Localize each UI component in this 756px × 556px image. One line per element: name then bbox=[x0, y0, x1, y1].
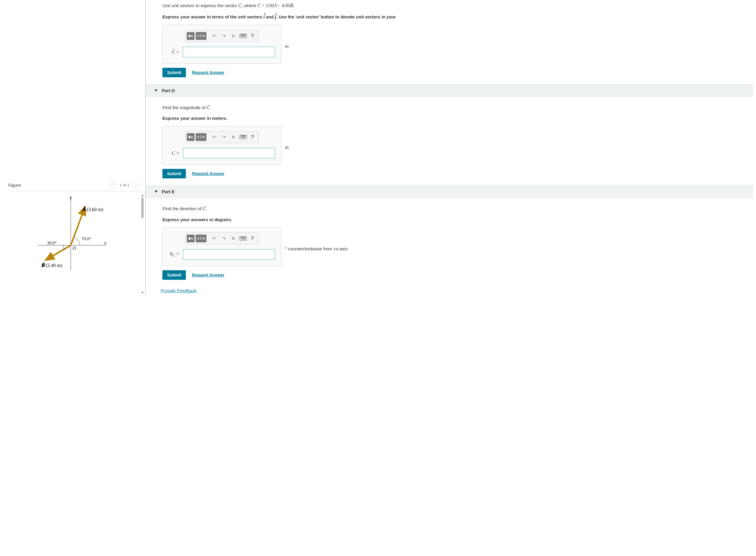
partD-label: C = bbox=[169, 150, 179, 156]
partC-unit: m bbox=[285, 44, 288, 49]
partE-toolbar: √ ΑΣΦ ↶ ↷ ↻ ? bbox=[185, 233, 259, 244]
partD-instruction: Find the magnitude of C. bbox=[146, 102, 756, 114]
partD-header[interactable]: Part D bbox=[146, 84, 753, 97]
partE-instruction: Find the direction of C. bbox=[146, 203, 756, 215]
partC-request-answer-link[interactable]: Request Answer bbox=[192, 70, 224, 75]
partE-trailing-text: counterclockwise from +x-axis bbox=[288, 246, 347, 251]
vector-a-angle: 70.0° bbox=[81, 236, 91, 241]
partE-instruction-bold: Express your answers in degrees. bbox=[146, 215, 756, 228]
partE-input[interactable] bbox=[183, 249, 275, 260]
partE-label: θC = bbox=[169, 251, 179, 258]
figure-header: Figure ‹ 1 of 1 › bbox=[8, 181, 142, 191]
partD-input[interactable] bbox=[183, 148, 275, 159]
partD-request-answer-link[interactable]: Request Answer bbox=[192, 171, 224, 176]
svg-rect-9 bbox=[188, 136, 190, 138]
svg-rect-12 bbox=[188, 237, 190, 240]
figure-panel: Figure ‹ 1 of 1 › y x O bbox=[0, 0, 146, 295]
figure-nav: ‹ 1 of 1 › bbox=[109, 181, 139, 188]
partD-submit-button[interactable]: Submit bbox=[162, 169, 186, 178]
x-axis-label: x bbox=[104, 240, 106, 245]
help-button[interactable]: ? bbox=[248, 32, 257, 40]
partE-unit: ° bbox=[285, 246, 287, 251]
partC-instruction-bold: Express your answer in terms of the unit… bbox=[146, 12, 756, 25]
partC-submit-button[interactable]: Submit bbox=[162, 68, 186, 77]
help-button[interactable]: ? bbox=[248, 133, 257, 142]
figure-title: Figure bbox=[8, 182, 21, 187]
vector-diagram: y x O A⃗ (3.60 m) 70.0° B⃗ (2.40 m) bbox=[8, 193, 115, 274]
greek-button[interactable]: ΑΣΦ bbox=[196, 133, 206, 141]
questions-panel: Use unit vectors to express the vector C… bbox=[146, 0, 756, 295]
partD-answer-box: √ ΑΣΦ ↶ ↷ ↻ ? C = bbox=[162, 126, 281, 165]
provide-feedback-link[interactable]: Provide Feedback bbox=[152, 286, 206, 295]
help-button[interactable]: ? bbox=[248, 234, 257, 243]
figure-scrollbar[interactable] bbox=[141, 195, 144, 294]
reset-button[interactable]: ↻ bbox=[229, 133, 238, 142]
partC-input[interactable] bbox=[183, 47, 275, 58]
keyboard-button[interactable] bbox=[239, 32, 247, 40]
greek-button[interactable]: ΑΣΦ bbox=[196, 32, 206, 40]
keyboard-button[interactable] bbox=[239, 133, 247, 142]
y-axis-label: y bbox=[69, 195, 72, 200]
figure-next-button[interactable]: › bbox=[132, 181, 139, 188]
caret-down-icon bbox=[154, 190, 158, 193]
vector-a-label: A⃗ (3.60 m) bbox=[82, 206, 103, 212]
vector-b-label: B⃗ (2.40 m) bbox=[41, 262, 62, 268]
template-button[interactable]: √ bbox=[187, 133, 195, 141]
undo-button[interactable]: ↶ bbox=[210, 32, 219, 40]
partD-instruction-bold: Express your answer in meters. bbox=[146, 114, 756, 126]
undo-button[interactable]: ↶ bbox=[210, 234, 219, 243]
partE-answer-box: √ ΑΣΦ ↶ ↷ ↻ ? θC = bbox=[162, 228, 281, 266]
partD-toolbar: √ ΑΣΦ ↶ ↷ ↻ ? bbox=[185, 131, 259, 143]
partE-request-answer-link[interactable]: Request Answer bbox=[192, 273, 224, 277]
scroll-thumb[interactable] bbox=[141, 198, 144, 218]
figure-content: y x O A⃗ (3.60 m) 70.0° B⃗ (2.40 m) bbox=[8, 193, 137, 295]
scroll-up-icon[interactable] bbox=[141, 195, 144, 196]
redo-button[interactable]: ↷ bbox=[219, 234, 229, 243]
partC-instruction: Use unit vectors to express the vector C… bbox=[146, 0, 756, 12]
keyboard-button[interactable] bbox=[239, 234, 247, 243]
redo-button[interactable]: ↷ bbox=[219, 32, 229, 40]
caret-down-icon bbox=[154, 90, 158, 92]
partE-submit-button[interactable]: Submit bbox=[162, 270, 186, 280]
undo-button[interactable]: ↶ bbox=[210, 133, 219, 142]
template-button[interactable]: √ bbox=[187, 235, 195, 242]
template-button[interactable]: √ bbox=[187, 32, 195, 40]
figure-prev-button[interactable]: ‹ bbox=[109, 181, 116, 188]
redo-button[interactable]: ↷ bbox=[219, 133, 229, 142]
svg-rect-6 bbox=[188, 35, 190, 37]
partC-toolbar: √ ΑΣΦ ↶ ↷ ↻ ? bbox=[185, 30, 259, 42]
partE-header[interactable]: Part E bbox=[146, 185, 753, 198]
greek-button[interactable]: ΑΣΦ bbox=[196, 235, 206, 242]
figure-page-indicator: 1 of 1 bbox=[119, 183, 129, 187]
origin-label: O bbox=[73, 246, 76, 251]
reset-button[interactable]: ↻ bbox=[229, 234, 238, 243]
svg-line-3 bbox=[45, 245, 71, 260]
partE-header-label: Part E bbox=[162, 189, 175, 194]
partC-label: C = bbox=[169, 49, 179, 55]
reset-button[interactable]: ↻ bbox=[229, 32, 238, 40]
scroll-down-icon[interactable] bbox=[141, 292, 144, 294]
partD-header-label: Part D bbox=[162, 88, 175, 93]
partC-answer-box: √ ΑΣΦ ↶ ↷ ↻ ? C = bbox=[162, 25, 281, 64]
vector-b-angle: 30.0° bbox=[47, 241, 57, 245]
partD-unit: m bbox=[285, 145, 288, 150]
